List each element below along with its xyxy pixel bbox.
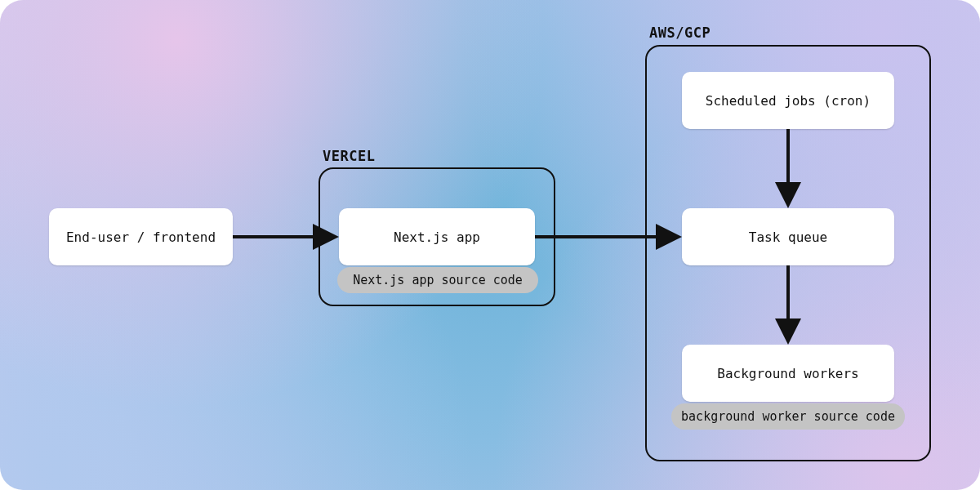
node-nextjs-app: Next.js app bbox=[339, 208, 535, 265]
node-background-workers: Background workers bbox=[682, 345, 894, 402]
node-task-queue: Task queue bbox=[682, 208, 894, 265]
group-label-aws-gcp: AWS/GCP bbox=[649, 24, 710, 41]
annotation-worker-source: background worker source code bbox=[671, 403, 905, 430]
node-scheduled-jobs: Scheduled jobs (cron) bbox=[682, 72, 894, 129]
diagram-canvas: VERCEL AWS/GCP End-user / frontend Next.… bbox=[0, 0, 980, 490]
annotation-nextjs-source: Next.js app source code bbox=[337, 267, 538, 293]
group-label-vercel: VERCEL bbox=[323, 148, 375, 164]
node-end-user: End-user / frontend bbox=[49, 208, 233, 265]
